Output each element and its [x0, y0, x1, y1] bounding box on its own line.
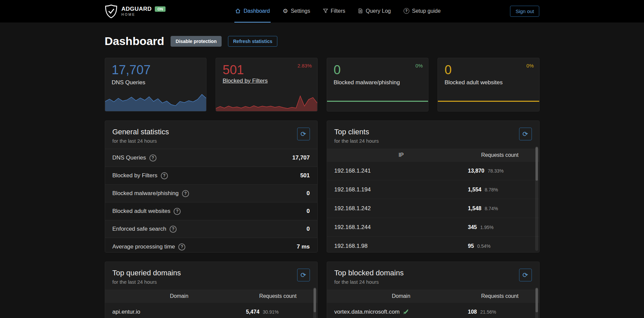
- blocked-adult-count: 0: [445, 63, 533, 78]
- top-queried-domains-title: Top queried domains: [112, 269, 181, 277]
- nav-dashboard-label: Dashboard: [243, 8, 270, 14]
- help-icon[interactable]: ?: [149, 154, 156, 162]
- disable-protection-button[interactable]: Disable protection: [171, 36, 222, 47]
- nav-filters[interactable]: Filters: [322, 0, 346, 22]
- column-header-domain: Domain: [334, 293, 468, 299]
- help-icon[interactable]: ?: [182, 190, 189, 197]
- table-row: 192.168.1.98 95 0.54%: [327, 237, 539, 253]
- refresh-icon: ⟳: [522, 131, 528, 137]
- general-statistics-table: DNS Queries ? 17,707 Blocked by Filters …: [105, 149, 317, 253]
- nav-settings[interactable]: ⚙ Settings: [282, 0, 311, 22]
- nav-setup-guide[interactable]: ? Setup guide: [403, 0, 441, 22]
- stats-row-processing-time: Average processing time ? 7 ms: [105, 238, 317, 253]
- request-count: 108: [468, 309, 477, 315]
- help-icon[interactable]: ?: [174, 208, 181, 215]
- stat-card-dns-queries: 17,707 DNS Queries: [105, 58, 207, 111]
- nav-query-log-label: Query Log: [366, 8, 391, 14]
- stat-label: Blocked malware/phishing: [112, 190, 179, 197]
- nav-dashboard[interactable]: Dashboard: [234, 0, 270, 22]
- adguard-shield-logo-icon: [105, 4, 118, 18]
- refresh-icon: ⟳: [301, 131, 306, 137]
- stat-label: Blocked by Filters: [112, 172, 157, 179]
- home-icon: [235, 8, 241, 14]
- client-ip: 192.168.1.98: [334, 243, 468, 249]
- request-percent: 8.74%: [485, 206, 498, 211]
- blocked-malware-label: Blocked malware/phishing: [334, 79, 422, 86]
- general-statistics-panel: General statistics for the last 24 hours…: [105, 121, 318, 253]
- stat-value: 501: [300, 172, 310, 179]
- table-row: vortex.data.microsoft.com 108 21.56%: [327, 303, 539, 318]
- general-statistics-refresh-button[interactable]: ⟳: [297, 128, 310, 140]
- top-blocked-table-header: Domain Requests count: [327, 290, 539, 303]
- sign-out-button[interactable]: Sign out: [510, 6, 539, 17]
- page-title: Dashboard: [105, 35, 165, 48]
- request-percent: 8.78%: [485, 187, 498, 192]
- main-nav: Dashboard ⚙ Settings Filters: [234, 0, 441, 22]
- nav-settings-label: Settings: [291, 8, 310, 14]
- help-icon[interactable]: ?: [170, 226, 177, 233]
- stat-value: 0: [307, 226, 310, 232]
- request-percent: 21.56%: [480, 309, 496, 315]
- scrollbar-thumb[interactable]: [536, 147, 538, 181]
- top-clients-scrollbar[interactable]: [535, 146, 538, 251]
- request-count: 13,870: [468, 168, 485, 174]
- dns-queries-sparkline-chart: [105, 92, 206, 111]
- top-blocked-scrollbar[interactable]: [535, 287, 538, 318]
- stats-row-safe-search: Enforced safe search ? 0: [105, 220, 317, 238]
- blocked-adult-percent: 0%: [526, 63, 534, 69]
- stat-label: DNS Queries: [112, 154, 146, 161]
- nav-filters-label: Filters: [331, 8, 346, 14]
- blocked-malware-flatline-chart: [327, 101, 428, 102]
- column-header-ip: IP: [334, 152, 468, 158]
- request-count: 1,548: [468, 206, 481, 212]
- top-clients-table-header: IP Requests count: [327, 149, 539, 162]
- blocked-adult-flatline-chart: [438, 101, 539, 102]
- client-ip: 192.168.1.242: [334, 205, 468, 212]
- stat-label: Enforced safe search: [112, 226, 167, 232]
- request-percent: 78.33%: [488, 168, 503, 174]
- help-icon[interactable]: ?: [178, 243, 185, 251]
- document-icon: [358, 8, 363, 14]
- funnel-icon: [323, 8, 328, 13]
- stat-value: 17,707: [292, 154, 310, 161]
- blocked-adult-label: Blocked adult websites: [445, 79, 533, 86]
- column-header-requests: Requests count: [468, 152, 532, 158]
- stat-value: 7 ms: [297, 243, 310, 250]
- table-row: 192.168.1.244 345 1.95%: [327, 218, 539, 237]
- scrollbar-thumb[interactable]: [314, 288, 316, 312]
- request-count: 95: [468, 243, 474, 249]
- request-count: 5,474: [246, 309, 260, 315]
- dns-queries-label: DNS Queries: [112, 79, 200, 86]
- blocked-malware-percent: 0%: [415, 63, 423, 69]
- navbar: ADGUARD ON HOME Dashboard ⚙ Settings: [0, 0, 644, 22]
- column-header-requests: Requests count: [468, 293, 532, 299]
- blocked-by-filters-link[interactable]: Blocked by Filters: [223, 78, 268, 84]
- nav-setup-guide-label: Setup guide: [412, 8, 441, 14]
- stats-row-blocked-adult: Blocked adult websites ? 0: [105, 202, 317, 220]
- request-percent: 30.91%: [263, 309, 279, 315]
- stat-value: 0: [307, 208, 310, 215]
- top-queried-refresh-button[interactable]: ⟳: [297, 269, 310, 281]
- column-header-domain: Domain: [112, 293, 246, 299]
- domain-name: vortex.data.microsoft.com: [334, 309, 400, 315]
- refresh-statistics-button[interactable]: Refresh statistics: [228, 36, 277, 47]
- table-row: api.entur.io 5,474 30.91%: [105, 303, 317, 318]
- brand-subtitle: HOME: [122, 13, 166, 16]
- refresh-icon: ⟳: [522, 272, 528, 278]
- help-circle-icon: ?: [404, 8, 409, 14]
- adguard-home-brand[interactable]: ADGUARD ON HOME: [105, 0, 166, 22]
- request-count: 1,554: [468, 187, 481, 193]
- top-clients-panel: Top clients for the last 24 hours ⟳ IP R…: [327, 121, 540, 253]
- top-queried-scrollbar[interactable]: [313, 287, 316, 318]
- top-clients-refresh-button[interactable]: ⟳: [519, 128, 532, 140]
- top-blocked-refresh-button[interactable]: ⟳: [519, 269, 532, 281]
- dns-queries-count: 17,707: [112, 63, 200, 78]
- stat-cards-row: 17,707 DNS Queries 2.83% 501 Blocked by …: [105, 58, 540, 111]
- stat-label: Blocked adult websites: [112, 208, 171, 215]
- top-queried-domains-subtitle: for the last 24 hours: [112, 279, 181, 285]
- client-ip: 192.168.1.241: [334, 168, 468, 174]
- help-icon[interactable]: ?: [161, 172, 168, 179]
- gear-icon: ⚙: [283, 8, 288, 14]
- nav-query-log[interactable]: Query Log: [357, 0, 392, 22]
- scrollbar-thumb[interactable]: [536, 288, 538, 312]
